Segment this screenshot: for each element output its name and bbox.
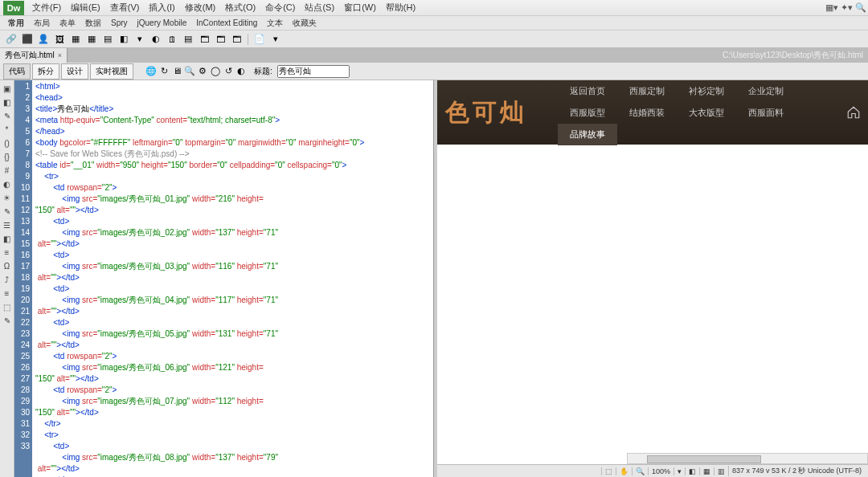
menu-item[interactable]: 插入(I) — [144, 2, 179, 12]
code-tool-icon[interactable]: ◧ — [2, 233, 13, 244]
zoom-tool-icon[interactable]: ⬚ — [601, 467, 616, 475]
code-tool-icon[interactable]: ☀ — [2, 192, 13, 203]
toolbar-icon[interactable]: 🔗 — [5, 33, 18, 46]
line-gutter: 1234567891011121314151617181920212223242… — [14, 80, 32, 477]
toolbar-icon[interactable]: ▤ — [101, 33, 114, 46]
code-tool-icon[interactable]: Ω — [2, 260, 13, 271]
toolbar-icon[interactable]: ◐ — [149, 33, 162, 46]
menu-item[interactable]: 查看(V) — [105, 2, 145, 12]
layout-icon[interactable]: ▦▾ — [825, 2, 839, 13]
menu-item[interactable]: 格式(O) — [220, 2, 260, 12]
nav-link[interactable]: 大衣版型 — [677, 102, 736, 124]
insert-category[interactable]: 文本 — [262, 18, 288, 29]
toolbar-icon[interactable]: ▾ — [133, 33, 146, 46]
code-tool-icon[interactable]: ✎ — [2, 110, 13, 121]
code-tool-icon[interactable]: ✎ — [2, 315, 13, 326]
code-tool-icon[interactable]: ≡ — [2, 247, 13, 258]
nav-link[interactable]: 西服面料 — [736, 102, 796, 124]
toolbar-icon[interactable]: 🗓 — [166, 33, 178, 46]
toolbar-icon[interactable]: ▤ — [182, 33, 194, 46]
panel-icon[interactable]: ▦ — [699, 467, 714, 475]
code-tool-icon[interactable]: ⬚ — [2, 301, 13, 312]
code-tool-icon[interactable]: ☰ — [2, 219, 13, 230]
code-editor[interactable]: <html><head><title>秀色可灿</title><meta htt… — [32, 80, 434, 477]
toolbar-icon[interactable]: 🗔 — [214, 33, 227, 46]
insert-bar: 常用布局表单数据SpryjQuery MobileInContext Editi… — [0, 16, 868, 31]
view-code-button[interactable]: 代码 — [3, 63, 31, 80]
zoom-level[interactable]: 100% — [648, 467, 674, 475]
doc-tool-icon[interactable]: ↺ — [222, 65, 235, 78]
nav-link[interactable]: 返回首页 — [558, 80, 617, 102]
panel-icon[interactable]: ▾ — [674, 467, 685, 475]
code-tool-icon[interactable]: ⤴ — [2, 274, 13, 285]
menubar: Dw 文件(F)编辑(E)查看(V)插入(I)修改(M)格式(O)命令(C)站点… — [0, 0, 868, 16]
title-input[interactable] — [277, 65, 350, 78]
hero-logo-text: 色可灿 — [437, 96, 558, 129]
menu-item[interactable]: 文件(F) — [27, 2, 66, 12]
menu-item[interactable]: 帮助(H) — [381, 2, 420, 12]
insert-category[interactable]: 表单 — [55, 18, 80, 29]
search-icon[interactable]: 🔍 — [854, 2, 868, 13]
insert-category[interactable]: jQuery Mobile — [133, 18, 192, 27]
document-toolbar: 代码 拆分 设计 实时视图 🌐↻🖥🔍⚙◯↺◐ 标题: — [0, 63, 868, 80]
toolbar-icon[interactable]: 📄 — [253, 33, 266, 46]
title-label: 标题: — [254, 66, 272, 77]
doc-tool-icon[interactable]: ◯ — [209, 65, 222, 78]
code-tool-icon[interactable]: ≡ — [2, 287, 13, 299]
toolbar-icon[interactable]: ▾ — [269, 33, 282, 46]
menu-item[interactable]: 窗口(W) — [339, 2, 381, 12]
menu-item[interactable]: 命令(C) — [260, 2, 300, 12]
menu-item[interactable]: 站点(S) — [300, 2, 339, 12]
nav-link[interactable]: 结婚西装 — [617, 102, 677, 124]
insert-category[interactable]: 数据 — [80, 18, 106, 29]
close-icon[interactable]: × — [58, 51, 62, 59]
main-area: ▣◧✎*(){}#◐☀✎☰◧≡Ω⤴≡⬚✎ 1234567891011121314… — [0, 80, 868, 477]
panel-icon[interactable]: ◧ — [685, 467, 699, 475]
tab-file[interactable]: 秀色可灿.html × — [0, 48, 68, 63]
code-tool-icon[interactable]: # — [2, 165, 13, 176]
doc-tool-icon[interactable]: 🔍 — [183, 65, 196, 78]
nav-link[interactable]: 西服定制 — [617, 80, 677, 102]
insert-category[interactable]: InContext Editing — [191, 18, 262, 27]
home-icon[interactable] — [839, 105, 868, 120]
panel-icon[interactable]: ▥ — [714, 467, 728, 475]
doc-tool-icon[interactable]: ⚙ — [196, 65, 209, 78]
zoom-tool-icon[interactable]: ✋ — [616, 467, 632, 475]
toolbar-icon[interactable]: ⬛ — [21, 33, 34, 46]
preview-scrollbar[interactable] — [627, 453, 868, 464]
menu-item[interactable]: 编辑(E) — [66, 2, 105, 12]
code-tool-icon[interactable]: * — [2, 124, 13, 135]
zoom-tool-icon[interactable]: 🔍 — [632, 467, 648, 475]
code-tool-icon[interactable]: ◧ — [2, 96, 13, 108]
view-live-button[interactable]: 实时视图 — [90, 63, 133, 80]
doc-tool-icon[interactable]: 🌐 — [145, 65, 158, 78]
code-tool-icon[interactable]: ◐ — [2, 178, 13, 190]
code-tool-icon[interactable]: () — [2, 137, 13, 149]
insert-category[interactable]: Spry — [106, 18, 133, 27]
nav-link[interactable]: 企业定制 — [736, 80, 796, 102]
doc-tool-icon[interactable]: ◐ — [235, 65, 248, 78]
toolbar-icon[interactable]: 🗔 — [230, 33, 243, 46]
toolbar-icon[interactable]: ▦ — [85, 33, 98, 46]
insert-category[interactable]: 布局 — [29, 18, 55, 29]
nav-link[interactable]: 品牌故事 — [558, 124, 617, 145]
code-tool-icon[interactable]: ✎ — [2, 206, 13, 217]
view-design-button[interactable]: 设计 — [61, 63, 88, 80]
view-split-button[interactable]: 拆分 — [32, 63, 59, 80]
toolbar-icon[interactable]: 🗔 — [198, 33, 211, 46]
code-tool-icon[interactable]: ▣ — [2, 83, 13, 94]
design-preview[interactable]: 色可灿 返回首页西服定制衬衫定制企业定制西服版型结婚西装大衣版型西服面料品牌故事… — [437, 80, 868, 477]
code-tool-icon[interactable]: {} — [2, 151, 13, 162]
extend-icon[interactable]: ✦▾ — [839, 2, 854, 13]
nav-link[interactable]: 西服版型 — [558, 102, 617, 124]
toolbar-icon[interactable]: ▦ — [69, 33, 82, 46]
doc-tool-icon[interactable]: ↻ — [158, 65, 170, 78]
doc-tool-icon[interactable]: 🖥 — [170, 64, 183, 77]
nav-link[interactable]: 衬衫定制 — [677, 80, 736, 102]
toolbar-icon[interactable]: ◧ — [117, 33, 130, 46]
insert-category[interactable]: 常用 — [3, 18, 29, 29]
insert-category[interactable]: 收藏夹 — [288, 18, 321, 29]
toolbar-icon[interactable]: 👤 — [37, 33, 50, 46]
toolbar-icon[interactable]: 🖼 — [53, 33, 66, 46]
menu-item[interactable]: 修改(M) — [180, 2, 221, 12]
